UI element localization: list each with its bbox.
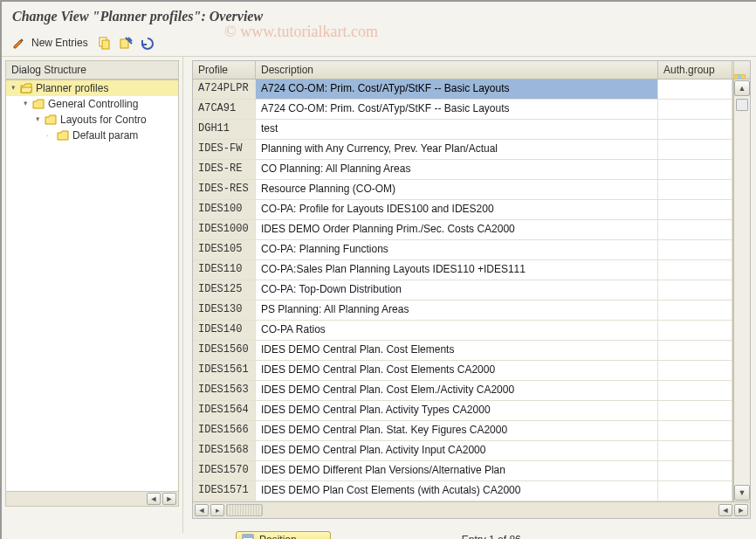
cell-description[interactable]: A724 CO-OM: Prim. Cost/ATyp/StKF -- Basi… [256,79,658,99]
table-row[interactable]: IDES-RECO Planning: All Planning Areas [193,160,732,180]
table-row[interactable]: IDES105CO-PA: Planning Functions [193,240,732,260]
cell-description[interactable]: CO-PA:Sales Plan Planning Layouts IDES11… [256,260,658,280]
new-entries-button[interactable]: New Entries [31,37,88,49]
tree-node[interactable]: ▼General Controlling [6,96,178,112]
cell-profile[interactable]: IDES110 [193,260,256,280]
table-row[interactable]: IDES130PS Planning: All Planning Areas [193,301,732,321]
cell-auth-group[interactable] [658,481,732,501]
cell-description[interactable]: test [256,120,658,139]
table-row[interactable]: IDES140CO-PA Ratios [193,321,732,341]
scroll-up-icon[interactable]: ▲ [734,80,750,96]
cell-profile[interactable]: IDES1568 [193,441,256,460]
cell-description[interactable]: Planning with Any Currency, Prev. Year P… [256,140,658,159]
tree-expand-icon[interactable]: · [46,131,55,140]
cell-description[interactable]: PS Planning: All Planning Areas [256,301,658,320]
tree-node[interactable]: ·Default param [6,128,178,143]
cell-profile[interactable]: IDES125 [193,280,256,300]
grid-scroll-left-icon[interactable]: ▸ [210,504,224,516]
cell-profile[interactable]: IDES1560 [193,341,256,360]
configure-columns-button[interactable] [732,61,750,79]
tree-node[interactable]: ▼Planner profiles [6,80,178,96]
table-row[interactable]: IDES1000IDES DEMO Order Planning Prim./S… [193,220,732,240]
table-row[interactable]: IDES-RESResource Planning (CO-OM) [193,180,732,200]
table-row[interactable]: IDES1564IDES DEMO Central Plan. Activity… [193,401,732,421]
cell-auth-group[interactable] [658,441,732,460]
cell-auth-group[interactable] [658,280,732,300]
table-row[interactable]: IDES1563IDES DEMO Central Plan. Cost Ele… [193,381,732,401]
delete-icon[interactable] [118,35,134,51]
grid-scroll-last-icon[interactable]: ► [734,504,748,516]
cell-description[interactable]: Resource Planning (CO-OM) [256,180,658,199]
cell-description[interactable]: CO-PA Ratios [256,321,658,340]
table-row[interactable]: A724PLPRA724 CO-OM: Prim. Cost/ATyp/StKF… [193,79,732,100]
table-row[interactable]: IDES1561IDES DEMO Central Plan. Cost Ele… [193,361,732,381]
cell-description[interactable]: IDES DEMO Central Plan. Activity Input C… [256,441,658,460]
cell-description[interactable]: IDES DEMO Order Planning Prim./Sec. Cost… [256,220,658,239]
cell-auth-group[interactable] [658,120,732,139]
column-header-auth-group[interactable]: Auth.group [658,61,732,79]
cell-description[interactable]: IDES DEMO Central Plan. Cost Elements CA… [256,361,658,380]
toggle-display-change-icon[interactable] [10,35,26,51]
cell-profile[interactable]: IDES-FW [193,140,256,159]
cell-profile[interactable]: IDES105 [193,240,256,259]
cell-profile[interactable]: IDES1570 [193,461,256,480]
cell-profile[interactable]: IDES-RE [193,160,256,179]
cell-description[interactable]: IDES DEMO Central Plan. Stat. Key Figure… [256,421,658,440]
cell-description[interactable]: IDES DEMO Different Plan Versions/Altern… [256,461,658,480]
cell-profile[interactable]: IDES130 [193,301,256,320]
table-row[interactable]: IDES1560IDES DEMO Central Plan. Cost Ele… [193,341,732,361]
table-row[interactable]: IDES100CO-PA: Profile for Layouts IDES10… [193,200,732,220]
cell-description[interactable]: IDES DEMO Central Plan. Activity Types C… [256,401,658,420]
table-row[interactable]: IDES1568IDES DEMO Central Plan. Activity… [193,441,732,461]
cell-profile[interactable]: IDES-RES [193,180,256,199]
cell-profile[interactable]: DGH11 [193,120,256,139]
column-header-description[interactable]: Description [256,61,658,79]
cell-profile[interactable]: IDES1563 [193,381,256,400]
cell-auth-group[interactable] [658,180,732,199]
cell-profile[interactable]: IDES1561 [193,361,256,380]
cell-description[interactable]: CO-PA: Profile for Layouts IDES100 and I… [256,200,658,219]
cell-profile[interactable]: IDES1571 [193,481,256,501]
cell-auth-group[interactable] [658,381,732,400]
table-row[interactable]: IDES1571IDES DEMO Plan Cost Elements (wi… [193,481,732,501]
cell-auth-group[interactable] [658,401,732,420]
grid-scroll-right-icon[interactable]: ◄ [718,504,732,516]
cell-description[interactable]: CO-PA: Planning Functions [256,240,658,259]
tree-expand-icon[interactable]: ▼ [10,84,17,93]
cell-auth-group[interactable] [658,240,732,259]
column-header-profile[interactable]: Profile [193,61,256,79]
cell-auth-group[interactable] [658,100,732,119]
cell-profile[interactable]: A724PLPR [193,79,256,99]
vertical-scrollbar[interactable]: ▲ ▼ [733,79,750,501]
cell-profile[interactable]: IDES1000 [193,220,256,239]
cell-auth-group[interactable] [658,361,732,380]
grid-scroll-first-icon[interactable]: ◄ [195,504,209,516]
table-row[interactable]: DGH11test [193,120,732,140]
position-button[interactable]: Position... [236,531,331,539]
cell-description[interactable]: IDES DEMO Plan Cost Elements (with Acuta… [256,481,658,501]
table-row[interactable]: IDES1570IDES DEMO Different Plan Version… [193,461,732,481]
cell-profile[interactable]: IDES1566 [193,421,256,440]
cell-description[interactable]: CO-PA: Top-Down Distribution [256,280,658,300]
scroll-down-icon[interactable]: ▼ [734,485,750,501]
cell-description[interactable]: IDES DEMO Central Plan. Cost Elem./Activ… [256,381,658,400]
tree-expand-icon[interactable]: ▼ [23,100,30,108]
cell-description[interactable]: IDES DEMO Central Plan. Cost Elements [256,341,658,360]
cell-auth-group[interactable] [658,321,732,340]
cell-auth-group[interactable] [658,301,732,320]
scroll-thumb[interactable] [736,99,748,111]
cell-auth-group[interactable] [658,200,732,219]
cell-profile[interactable]: IDES1564 [193,401,256,420]
table-row[interactable]: IDES110CO-PA:Sales Plan Planning Layouts… [193,260,732,280]
table-row[interactable]: A7CA91A724 CO-OM: Prim. Cost/ATyp/StKF -… [193,100,732,120]
cell-description[interactable]: CO Planning: All Planning Areas [256,160,658,179]
cell-auth-group[interactable] [658,220,732,239]
cell-auth-group[interactable] [658,260,732,280]
cell-auth-group[interactable] [658,461,732,480]
tree-node[interactable]: ▼Layouts for Contro [6,112,178,128]
tree-expand-icon[interactable]: ▼ [35,115,42,124]
cell-auth-group[interactable] [658,160,732,179]
table-row[interactable]: IDES1566IDES DEMO Central Plan. Stat. Ke… [193,421,732,441]
cell-auth-group[interactable] [658,79,732,99]
cell-auth-group[interactable] [658,140,732,159]
